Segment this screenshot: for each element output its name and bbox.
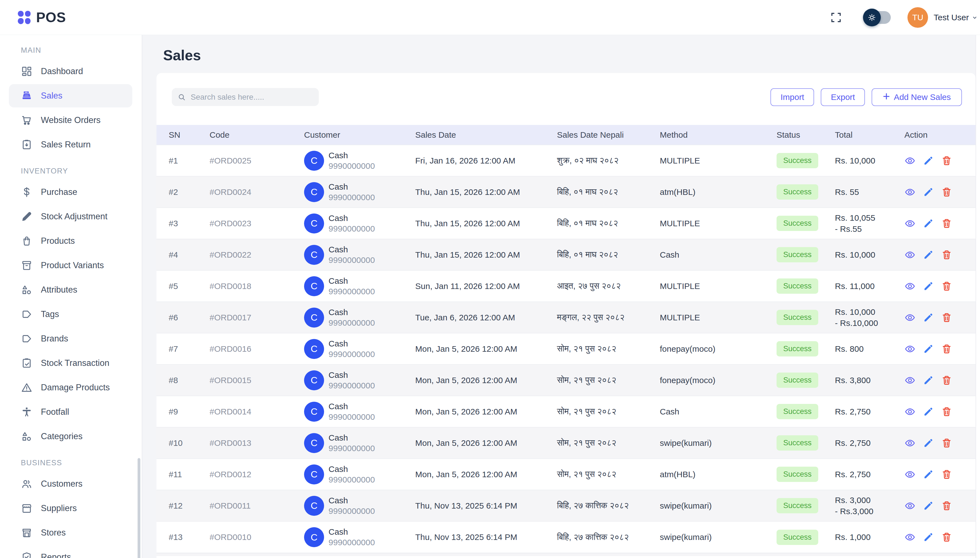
view-button[interactable] xyxy=(904,375,916,386)
sidebar-item-dashboard[interactable]: Dashboard xyxy=(0,59,142,84)
customer-name: Cash xyxy=(328,244,375,255)
delete-button[interactable] xyxy=(941,281,952,292)
table-row: #13#ORD0010CCash9990000000Thu, Nov 13, 2… xyxy=(156,521,975,553)
row-code: #ORD0023 xyxy=(197,208,292,239)
search-input[interactable] xyxy=(190,92,313,102)
row-sales-date: Thu, Jan 15, 2026 12:00 AM xyxy=(403,208,545,239)
sidebar-item-sales-return[interactable]: Sales Return xyxy=(0,133,142,157)
shapes-icon xyxy=(21,431,33,442)
delete-button[interactable] xyxy=(941,406,952,417)
status-badge: Success xyxy=(777,216,818,231)
view-button[interactable] xyxy=(904,343,916,354)
edit-button[interactable] xyxy=(923,532,934,543)
row-sales-date-nepali: बिहि, ०१ माघ २०८२ xyxy=(545,208,647,239)
storefront-icon xyxy=(21,502,33,514)
sidebar-item-suppliers[interactable]: Suppliers xyxy=(0,496,142,520)
total-line: Rs. 1,000 xyxy=(835,532,890,543)
pencil-icon xyxy=(923,312,934,323)
status-badge: Success xyxy=(777,247,818,263)
edit-button[interactable] xyxy=(923,375,934,386)
dashboard-icon xyxy=(21,66,33,77)
edit-button[interactable] xyxy=(923,187,934,198)
sidebar-item-footfall[interactable]: Footfall xyxy=(0,400,142,424)
sidebar-item-tags[interactable]: Tags xyxy=(0,302,142,327)
view-button[interactable] xyxy=(904,438,916,449)
edit-button[interactable] xyxy=(923,281,934,292)
view-button[interactable] xyxy=(904,312,916,323)
pos-logo-icon xyxy=(18,11,31,24)
eye-icon xyxy=(904,532,916,543)
view-button[interactable] xyxy=(904,155,916,166)
edit-button[interactable] xyxy=(923,312,934,323)
sidebar-item-stores[interactable]: Stores xyxy=(0,520,142,545)
customer-avatar: C xyxy=(304,496,324,516)
sidebar-item-label: Categories xyxy=(41,432,82,441)
edit-button[interactable] xyxy=(923,218,934,229)
sidebar-item-label: Damage Products xyxy=(41,382,110,392)
sales-table: SNCodeCustomerSales DateSales Date Nepal… xyxy=(156,125,975,553)
edit-button[interactable] xyxy=(923,155,934,166)
sidebar-item-categories[interactable]: Categories xyxy=(0,424,142,449)
row-sales-date-nepali: मङ्गल, २२ पुस २०८२ xyxy=(545,302,647,333)
sidebar-item-attributes[interactable]: Attributes xyxy=(0,277,142,302)
sidebar-item-stock-transaction[interactable]: Stock Transaction xyxy=(0,351,142,375)
view-button[interactable] xyxy=(904,187,916,198)
delete-button[interactable] xyxy=(941,438,952,449)
view-button[interactable] xyxy=(904,218,916,229)
customer-avatar: C xyxy=(304,339,324,359)
view-button[interactable] xyxy=(904,469,916,480)
add-new-sales-button[interactable]: + Add New Sales xyxy=(871,88,962,106)
sidebar-item-sales[interactable]: Sales xyxy=(9,84,132,107)
view-button[interactable] xyxy=(904,500,916,511)
import-button[interactable]: Import xyxy=(771,88,814,106)
delete-button[interactable] xyxy=(941,249,952,260)
sidebar-scrollbar[interactable] xyxy=(138,458,140,558)
delete-button[interactable] xyxy=(941,187,952,198)
delete-button[interactable] xyxy=(941,312,952,323)
sidebar-item-label: Website Orders xyxy=(41,115,100,125)
toolbar: Import Export + Add New Sales xyxy=(156,73,975,106)
sidebar-item-damage-products[interactable]: Damage Products xyxy=(0,375,142,400)
user-menu[interactable]: TU Test User xyxy=(908,7,978,28)
edit-button[interactable] xyxy=(923,406,934,417)
export-button[interactable]: Export xyxy=(821,88,865,106)
table-row: #7#ORD0016CCash9990000000Mon, Jan 5, 202… xyxy=(156,333,975,364)
sidebar-item-products[interactable]: Products xyxy=(0,229,142,253)
customer-name: Cash xyxy=(328,527,375,537)
sidebar-item-website-orders[interactable]: Website Orders xyxy=(0,108,142,133)
view-button[interactable] xyxy=(904,281,916,292)
pencil-icon xyxy=(923,406,934,417)
edit-button[interactable] xyxy=(923,343,934,354)
edit-button[interactable] xyxy=(923,469,934,480)
delete-button[interactable] xyxy=(941,155,952,166)
sidebar-item-product-variants[interactable]: Product Variants xyxy=(0,253,142,277)
view-button[interactable] xyxy=(904,406,916,417)
page-scrollbar[interactable] xyxy=(975,0,980,558)
delete-button[interactable] xyxy=(941,500,952,511)
sidebar-item-reports[interactable]: Reports xyxy=(0,545,142,558)
sidebar-section-label: MAIN xyxy=(21,46,142,55)
delete-button[interactable] xyxy=(941,469,952,480)
sidebar-item-stock-adjustment[interactable]: Stock Adjustment xyxy=(0,204,142,229)
sidebar-item-purchase[interactable]: Purchase xyxy=(0,180,142,204)
fullscreen-icon[interactable] xyxy=(830,11,842,23)
edit-button[interactable] xyxy=(923,438,934,449)
delete-button[interactable] xyxy=(941,343,952,354)
sidebar-item-customers[interactable]: Customers xyxy=(0,472,142,496)
logo-petal xyxy=(18,11,24,17)
delete-button[interactable] xyxy=(941,375,952,386)
view-button[interactable] xyxy=(904,532,916,543)
row-sales-date-nepali: सोम, २१ पुस २०८२ xyxy=(545,333,647,364)
view-button[interactable] xyxy=(904,249,916,260)
row-actions xyxy=(904,187,973,198)
warning-icon xyxy=(21,382,33,393)
row-sales-date: Mon, Jan 5, 2026 12:00 AM xyxy=(403,459,545,490)
sidebar-item-brands[interactable]: Brands xyxy=(0,327,142,351)
theme-toggle[interactable] xyxy=(863,8,891,27)
delete-button[interactable] xyxy=(941,532,952,543)
edit-button[interactable] xyxy=(923,500,934,511)
customer-cell: CCash9990000000 xyxy=(304,370,401,391)
edit-button[interactable] xyxy=(923,249,934,260)
row-sales-date: Thu, Jan 15, 2026 12:00 AM xyxy=(403,176,545,208)
delete-button[interactable] xyxy=(941,218,952,229)
